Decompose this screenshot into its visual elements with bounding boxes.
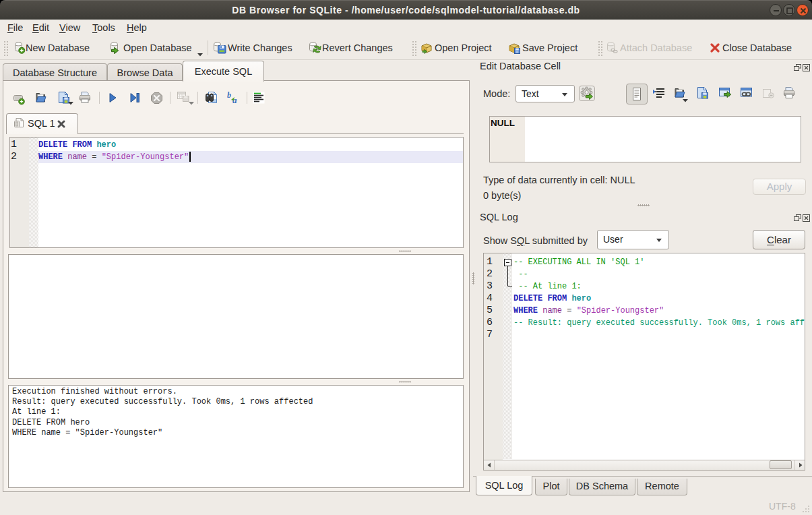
svg-text:b: b [227, 91, 231, 100]
